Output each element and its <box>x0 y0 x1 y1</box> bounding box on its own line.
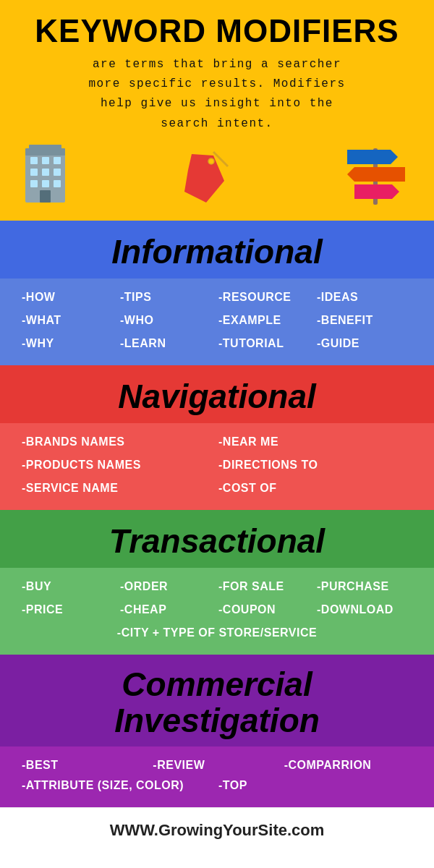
svg-rect-11 <box>54 180 61 187</box>
subtitle-line1: are terms that bring a searcher <box>93 58 341 71</box>
list-item: -COMPARRION <box>284 757 412 774</box>
commercial-content: -BEST -REVIEW -COMPARRION -ATTRIBUTE (SI… <box>0 746 434 807</box>
subtitle-line4: search intent. <box>161 117 273 130</box>
transactional-header: Transactional <box>0 510 434 568</box>
navigational-title: Navigational <box>7 377 427 416</box>
header-icons <box>14 141 420 206</box>
list-item: -LEARN <box>120 335 216 352</box>
price-tag-icon <box>177 148 235 206</box>
building-icon <box>22 141 72 206</box>
transactional-keywords-grid: -BUY -ORDER -FOR SALE -PURCHASE -PRICE -… <box>22 578 412 642</box>
list-item: -PRICE <box>22 601 117 618</box>
list-item: -WHO <box>120 312 216 329</box>
page-title: KEYWORD MODIFIERS <box>14 13 420 49</box>
list-item: -CHEAP <box>120 601 216 618</box>
commercial-title: Commercial Investigation <box>7 666 427 739</box>
list-item: -GUIDE <box>317 335 412 352</box>
informational-keywords-grid: -HOW -TIPS -RESOURCE -IDEAS -WHAT -WHO -… <box>22 289 412 352</box>
svg-rect-9 <box>30 180 38 187</box>
commercial-header: Commercial Investigation <box>0 655 434 746</box>
footer-url: WWW.GrowingYourSite.com <box>7 821 427 840</box>
subtitle-line3: help give us insight into the <box>101 97 333 110</box>
list-item: -BEST <box>22 757 150 774</box>
informational-header: Informational <box>0 221 434 278</box>
list-item: -PRODUCTS NAMES <box>22 456 216 474</box>
list-item: -TOP <box>218 777 412 794</box>
list-item: -SERVICE NAME <box>22 480 216 497</box>
navigational-header: Navigational <box>0 365 434 423</box>
svg-point-15 <box>208 158 214 164</box>
list-item: -BUY <box>22 578 117 595</box>
list-item: -DOWNLOAD <box>317 601 412 618</box>
svg-marker-14 <box>184 154 224 203</box>
svg-rect-8 <box>54 169 61 176</box>
svg-rect-3 <box>30 157 38 164</box>
svg-rect-10 <box>42 180 49 187</box>
list-item: -PURCHASE <box>317 578 412 595</box>
transactional-content: -BUY -ORDER -FOR SALE -PURCHASE -PRICE -… <box>0 568 434 655</box>
svg-rect-6 <box>30 169 38 176</box>
navigational-content: -BRANDS NAMES -NEAR ME -PRODUCTS NAMES -… <box>0 423 434 510</box>
list-item: -BENEFIT <box>317 312 412 329</box>
svg-rect-12 <box>40 190 51 203</box>
svg-marker-18 <box>347 167 405 182</box>
list-item: -COST OF <box>218 480 412 497</box>
commercial-keywords-grid-row2: -ATTRIBUTE (SIZE, COLOR) -TOP <box>22 777 412 794</box>
list-item: -REVIEW <box>153 757 281 774</box>
list-item: -TUTORIAL <box>218 335 314 352</box>
list-item: -COUPON <box>218 601 314 618</box>
footer: WWW.GrowingYourSite.com <box>0 807 434 853</box>
transactional-title: Transactional <box>7 522 427 561</box>
subtitle-line2: more specific results. Modifiers <box>88 77 345 90</box>
svg-rect-4 <box>42 157 49 164</box>
commercial-keywords-grid-row1: -BEST -REVIEW -COMPARRION <box>22 757 412 774</box>
list-item: -HOW <box>22 289 117 306</box>
navigational-keywords-grid: -BRANDS NAMES -NEAR ME -PRODUCTS NAMES -… <box>22 433 412 497</box>
informational-content: -HOW -TIPS -RESOURCE -IDEAS -WHAT -WHO -… <box>0 278 434 365</box>
signs-icon <box>340 141 412 206</box>
list-item: -FOR SALE <box>218 578 314 595</box>
list-item: -DIRECTIONS TO <box>218 456 412 474</box>
svg-marker-17 <box>347 150 398 164</box>
list-item: -TIPS <box>120 289 216 306</box>
list-item: -ORDER <box>120 578 216 595</box>
list-item: -EXAMPLE <box>218 312 314 329</box>
svg-rect-7 <box>42 169 49 176</box>
list-item: -WHY <box>22 335 117 352</box>
commercial-section: Commercial Investigation -BEST -REVIEW -… <box>0 655 434 807</box>
svg-rect-5 <box>54 157 61 164</box>
list-item: -BRANDS NAMES <box>22 433 216 451</box>
svg-marker-19 <box>354 184 399 199</box>
svg-rect-2 <box>29 145 61 152</box>
header-subtitle: are terms that bring a searcher more spe… <box>14 55 420 134</box>
list-item: -RESOURCE <box>218 289 314 306</box>
list-item: -IDEAS <box>317 289 412 306</box>
navigational-section: Navigational -BRANDS NAMES -NEAR ME -PRO… <box>0 365 434 510</box>
informational-section: Informational -HOW -TIPS -RESOURCE -IDEA… <box>0 221 434 365</box>
transactional-section: Transactional -BUY -ORDER -FOR SALE -PUR… <box>0 510 434 655</box>
informational-title: Informational <box>7 232 427 271</box>
list-item: -CITY + TYPE OF STORE/SERVICE <box>22 624 412 642</box>
list-item: -WHAT <box>22 312 117 329</box>
list-item: -ATTRIBUTE (SIZE, COLOR) <box>22 777 216 794</box>
list-item: -NEAR ME <box>218 433 412 451</box>
header-section: KEYWORD MODIFIERS are terms that bring a… <box>0 0 434 221</box>
